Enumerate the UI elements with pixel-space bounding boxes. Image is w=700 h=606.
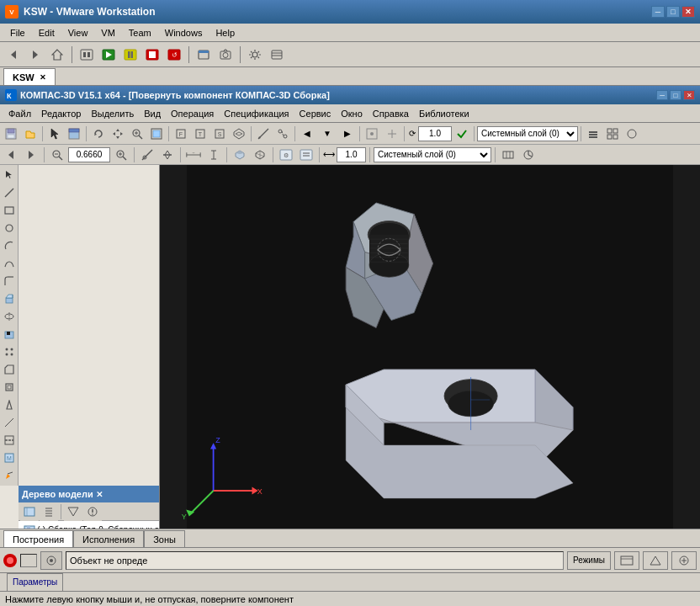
vm-play-button[interactable] [98, 45, 119, 64]
vtb-shell-btn[interactable] [1, 379, 18, 396]
tab-ksw[interactable]: KSW ✕ [3, 68, 56, 85]
tree-tb-btn1[interactable] [20, 502, 39, 521]
tb-layer-settings-button[interactable] [584, 125, 602, 143]
tb-snap2[interactable] [383, 125, 401, 143]
tb-arrow-right[interactable]: ▶ [338, 125, 357, 143]
vmware-menu-file[interactable]: File [3, 26, 32, 40]
vm-snapshot-button[interactable] [215, 45, 236, 64]
vm-back-button[interactable] [3, 45, 24, 64]
inner-close-button[interactable]: ✕ [683, 90, 695, 100]
tab-execution[interactable]: Исполнения [73, 530, 144, 547]
vtb-section-btn[interactable] [1, 432, 18, 449]
tab-zones[interactable]: Зоны [144, 530, 185, 547]
vm-prefs-button[interactable] [267, 45, 287, 64]
app-menu-help[interactable]: Справка [368, 107, 414, 120]
tb2-dim1[interactable]: ↔ [184, 146, 203, 164]
tb2-render1[interactable] [231, 146, 249, 164]
app-menu-view[interactable]: Вид [139, 107, 166, 120]
vtb-arc-btn[interactable] [1, 237, 18, 254]
vtb-material-btn[interactable]: M [1, 449, 18, 466]
vm-forward-button[interactable] [25, 45, 45, 64]
vm-stop-button[interactable] [142, 45, 162, 64]
tb-zoom-button[interactable] [128, 125, 146, 143]
vtb-paint-btn[interactable] [1, 467, 18, 484]
tb2-settings1[interactable]: ⚙ [277, 146, 295, 164]
vmware-menu-team[interactable]: Team [122, 26, 158, 40]
tb2-settings2[interactable] [297, 146, 316, 164]
vm-suspend-button[interactable] [77, 45, 97, 64]
app-menu-window[interactable]: Окно [336, 107, 368, 120]
tb2-zoom-plus[interactable] [112, 146, 130, 164]
app-menu-operation[interactable]: Операция [166, 107, 219, 120]
rotation-input[interactable] [418, 126, 452, 141]
tb-grid-button[interactable] [603, 125, 622, 143]
tb-pointer-button[interactable] [45, 125, 64, 143]
tree-panel-close-btn[interactable]: ✕ [93, 490, 105, 499]
tb2-dim2[interactable] [204, 146, 223, 164]
tb-open-button[interactable] [21, 125, 40, 143]
vtb-rect-btn[interactable] [1, 202, 18, 219]
vm-settings-button[interactable] [245, 45, 265, 64]
vtb-line-btn[interactable] [1, 184, 18, 201]
vtb-revolve-btn[interactable] [1, 308, 18, 325]
tb-rotate-button[interactable] [89, 125, 108, 143]
app-menu-libraries[interactable]: Библиотеки [414, 107, 475, 120]
app-menu-spec[interactable]: Спецификация [219, 107, 294, 120]
tb2-render2[interactable] [251, 146, 269, 164]
inner-maximize-button[interactable]: □ [670, 90, 681, 100]
status-icon1[interactable] [614, 551, 639, 570]
tb-constraint-button[interactable] [273, 125, 292, 143]
tree-row-assembly[interactable]: − (-) Сборка (Тел-0, Сборочных е [19, 523, 159, 529]
3d-viewport[interactable]: Z X Y [160, 165, 700, 529]
tb-snap1[interactable] [363, 125, 381, 143]
tb2-prev-button[interactable] [2, 146, 20, 164]
app-menu-editor[interactable]: Редактор [36, 107, 86, 120]
vm-reset-button[interactable]: ↺ [164, 45, 184, 64]
tb-save-button[interactable] [2, 125, 20, 143]
tb2-extra1[interactable] [499, 146, 517, 164]
tb-view3d-button[interactable] [65, 125, 83, 143]
params-button[interactable]: Параметры [7, 573, 63, 592]
vm-pause-button[interactable] [120, 45, 141, 64]
tb2-constraint2[interactable] [158, 146, 177, 164]
vtb-select-btn[interactable] [1, 167, 18, 183]
app-menu-service[interactable]: Сервис [294, 107, 337, 120]
tb-side-view-button[interactable]: S [210, 125, 229, 143]
close-button[interactable]: ✕ [681, 6, 695, 18]
status-icon2[interactable] [643, 551, 668, 570]
vm-fullscreen-button[interactable] [194, 45, 214, 64]
tb-apply-button[interactable] [453, 125, 471, 143]
tree-tb-btn2[interactable] [40, 502, 58, 521]
modes-button[interactable]: Режимы [567, 551, 611, 570]
inner-minimize-button[interactable]: ─ [656, 90, 668, 100]
zoom-input[interactable]: 0.6660 [68, 147, 110, 162]
tb-arrow-down[interactable]: ▼ [318, 125, 337, 143]
vtb-circle-btn[interactable] [1, 220, 18, 237]
tb-sketch-button[interactable] [254, 125, 273, 143]
tb2-extra2[interactable] [519, 146, 538, 164]
vtb-extrude-btn[interactable] [1, 290, 18, 307]
vtb-cut-btn[interactable] [1, 326, 18, 343]
vmware-menu-windows[interactable]: Windows [158, 26, 209, 40]
vtb-pattern-btn[interactable] [1, 343, 18, 360]
app-menu-select[interactable]: Выделить [86, 107, 139, 120]
vtb-bezier-btn[interactable] [1, 255, 18, 272]
vmware-menu-edit[interactable]: Edit [32, 26, 61, 40]
vmware-menu-view[interactable]: View [61, 26, 95, 40]
vtb-fillet-btn[interactable] [1, 273, 18, 290]
size-input[interactable] [337, 147, 366, 162]
tb-front-view-button[interactable]: F [172, 125, 190, 143]
vmware-menu-vm[interactable]: VM [94, 26, 122, 40]
vtb-draft-btn[interactable] [1, 396, 18, 413]
maximize-button[interactable]: □ [666, 6, 680, 18]
vtb-measure-btn[interactable] [1, 414, 18, 431]
layer-select2[interactable]: Системный слой (0) [374, 147, 491, 162]
tb-fit-button[interactable] [147, 125, 166, 143]
app-menu-file[interactable]: Файл [3, 107, 36, 120]
tb-pan-button[interactable] [109, 125, 127, 143]
minimize-button[interactable]: ─ [651, 6, 665, 18]
vtb-chamfer-btn[interactable] [1, 361, 18, 378]
layer-select[interactable]: Системный слой (0) [477, 126, 578, 141]
tab-construction[interactable]: Построения [3, 530, 73, 547]
tab-close-icon[interactable]: ✕ [40, 73, 46, 82]
